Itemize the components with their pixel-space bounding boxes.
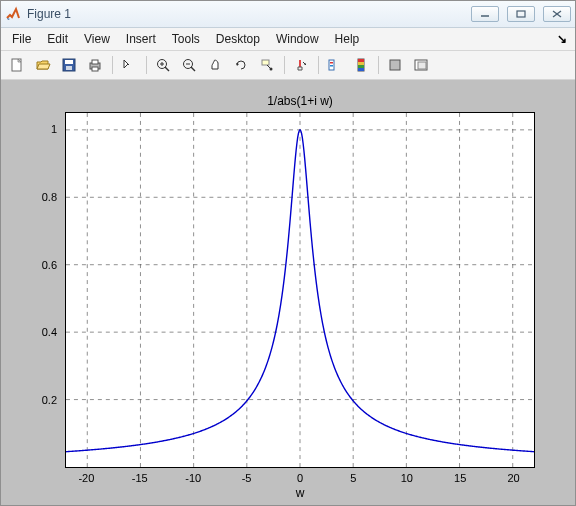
print-button[interactable] — [83, 53, 107, 77]
y-tick-label: 0.6 — [27, 259, 63, 271]
x-tick-label: -5 — [242, 472, 252, 484]
menu-view[interactable]: View — [77, 30, 117, 48]
insert-colorbar-button[interactable] — [349, 53, 373, 77]
zoom-in-button[interactable] — [151, 53, 175, 77]
brush-button[interactable] — [289, 53, 313, 77]
x-tick-label: -15 — [132, 472, 148, 484]
new-figure-button[interactable] — [5, 53, 29, 77]
x-tick-label: -10 — [185, 472, 201, 484]
matlab-icon — [5, 6, 21, 22]
axes[interactable] — [65, 112, 535, 468]
x-tick-label: 20 — [508, 472, 520, 484]
data-cursor-button[interactable] — [255, 53, 279, 77]
pan-button[interactable] — [203, 53, 227, 77]
show-tools-button[interactable] — [409, 53, 433, 77]
svg-rect-33 — [418, 62, 426, 69]
svg-line-13 — [165, 67, 169, 71]
toolbar — [1, 51, 575, 80]
svg-rect-25 — [330, 65, 333, 67]
menu-tools[interactable]: Tools — [165, 30, 207, 48]
zoom-out-button[interactable] — [177, 53, 201, 77]
x-tick-label: 0 — [297, 472, 303, 484]
x-tick-label: 15 — [454, 472, 466, 484]
menu-insert[interactable]: Insert — [119, 30, 163, 48]
menu-edit[interactable]: Edit — [40, 30, 75, 48]
save-button[interactable] — [57, 53, 81, 77]
svg-rect-9 — [92, 60, 98, 64]
svg-rect-7 — [66, 66, 72, 70]
edit-plot-button[interactable] — [117, 53, 141, 77]
menu-desktop[interactable]: Desktop — [209, 30, 267, 48]
close-button[interactable] — [543, 6, 571, 22]
x-axis-label: w — [296, 486, 305, 500]
svg-point-21 — [270, 68, 273, 71]
svg-rect-29 — [358, 65, 364, 68]
y-tick-label: 1 — [27, 123, 63, 135]
figure-canvas: 1/abs(1+i w) -20-15-10-505101520 0.20.40… — [1, 80, 575, 506]
svg-rect-19 — [262, 60, 269, 65]
menu-help[interactable]: Help — [328, 30, 367, 48]
svg-rect-27 — [358, 59, 364, 62]
y-tick-label: 0.4 — [27, 326, 63, 338]
x-tick-label: 10 — [401, 472, 413, 484]
x-tick-label: -20 — [78, 472, 94, 484]
menu-overflow-icon[interactable]: ↘ — [557, 32, 571, 46]
y-tick-label: 0.8 — [27, 191, 63, 203]
hide-tools-button[interactable] — [383, 53, 407, 77]
menu-bar: File Edit View Insert Tools Desktop Wind… — [1, 28, 575, 51]
window-title: Figure 1 — [25, 7, 463, 21]
axes-title: 1/abs(1+i w) — [267, 94, 333, 108]
svg-rect-10 — [92, 67, 98, 71]
maximize-button[interactable] — [507, 6, 535, 22]
menu-window[interactable]: Window — [269, 30, 326, 48]
svg-rect-30 — [358, 68, 364, 71]
svg-rect-6 — [65, 60, 73, 64]
svg-rect-28 — [358, 62, 364, 65]
menu-file[interactable]: File — [5, 30, 38, 48]
svg-rect-31 — [390, 60, 400, 70]
link-plot-button[interactable] — [323, 53, 347, 77]
svg-line-17 — [191, 67, 195, 71]
minimize-button[interactable] — [471, 6, 499, 22]
y-tick-label: 0.2 — [27, 394, 63, 406]
x-tick-label: 5 — [350, 472, 356, 484]
svg-rect-24 — [330, 62, 333, 64]
rotate-button[interactable] — [229, 53, 253, 77]
open-button[interactable] — [31, 53, 55, 77]
svg-rect-1 — [517, 11, 525, 17]
